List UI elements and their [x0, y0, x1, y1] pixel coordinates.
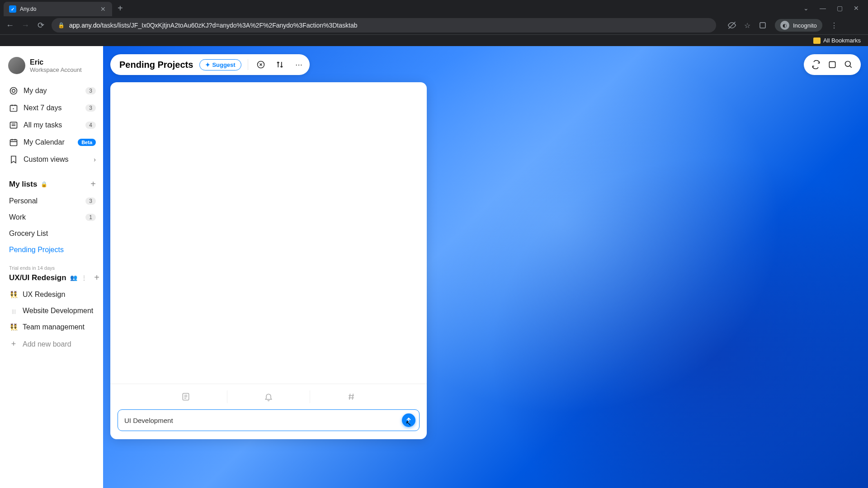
- calendar-arrow-icon: [9, 103, 18, 113]
- note-icon[interactable]: [145, 390, 227, 403]
- all-bookmarks-button[interactable]: All Bookmarks: [813, 37, 861, 44]
- url-text: app.any.do/tasks/lists/JF_Ix0QxKjtjnA2to…: [69, 22, 358, 29]
- bell-icon[interactable]: [227, 390, 310, 403]
- close-circle-icon[interactable]: [255, 58, 267, 71]
- sort-icon[interactable]: [274, 58, 286, 71]
- add-board-label: Add new board: [23, 340, 71, 348]
- suggest-label: Suggest: [212, 61, 235, 68]
- nav-label: My Calendar: [24, 138, 72, 146]
- target-icon: [9, 86, 18, 95]
- browser-tab[interactable]: ✓ Any.do ✕: [4, 2, 112, 16]
- nav-label: Next 7 days: [24, 104, 80, 112]
- workspace-title[interactable]: UX/UI Redesign: [9, 273, 66, 282]
- list-label: Pending Projects: [9, 246, 96, 254]
- board-ux-redesign[interactable]: 👯 UX Redesign: [5, 286, 99, 303]
- back-button[interactable]: ←: [5, 21, 14, 30]
- women-icon: 👯: [9, 323, 18, 331]
- bookmarks-bar: All Bookmarks: [0, 34, 868, 46]
- women-icon: 👯: [9, 291, 18, 299]
- profile[interactable]: Eric Workspace Account: [5, 53, 99, 82]
- page-title: Pending Projects: [119, 60, 193, 70]
- add-list-button[interactable]: +: [90, 179, 96, 189]
- avatar: [8, 57, 25, 74]
- count-badge: 1: [85, 214, 96, 221]
- board-team-management[interactable]: 👯 Team management: [5, 319, 99, 335]
- minimize-icon[interactable]: —: [820, 5, 826, 12]
- beta-badge: Beta: [78, 139, 96, 146]
- extensions-icon[interactable]: [759, 21, 767, 29]
- count-badge: 3: [85, 104, 96, 112]
- svg-rect-1: [760, 23, 765, 28]
- tab-favicon-icon: ✓: [9, 5, 16, 13]
- incognito-badge[interactable]: ◐ Incognito: [775, 19, 822, 32]
- url-field[interactable]: 🔒 app.any.do/tasks/lists/JF_Ix0QxKjtjnA2…: [52, 18, 716, 33]
- tab-bar: ✓ Any.do ✕ + ⌄ — ▢ ✕: [0, 0, 868, 16]
- list-work[interactable]: Work 1: [5, 209, 99, 225]
- header-row: Pending Projects ✦ Suggest ⋯: [110, 54, 861, 75]
- maximize-icon[interactable]: ▢: [837, 5, 843, 12]
- close-icon[interactable]: ✕: [99, 5, 107, 13]
- header-pill: Pending Projects ✦ Suggest ⋯: [110, 54, 310, 75]
- close-window-icon[interactable]: ✕: [854, 5, 859, 12]
- svg-line-12: [850, 66, 852, 68]
- profile-name: Eric: [30, 58, 82, 66]
- list-grocery[interactable]: Grocery List: [5, 225, 99, 242]
- workspace-header: UX/UI Redesign 👥 ⋮ +: [5, 271, 99, 286]
- list-icon: [9, 121, 18, 130]
- divider: [248, 59, 248, 70]
- nav-my-calendar[interactable]: My Calendar Beta: [5, 134, 99, 151]
- trial-note: Trial ends in 14 days: [5, 258, 99, 271]
- incognito-label: Incognito: [793, 22, 817, 29]
- board-label: UX Redesign: [23, 291, 65, 299]
- profile-subtitle: Workspace Account: [30, 66, 82, 73]
- bars-icon: ⫼: [9, 307, 18, 315]
- list-pending-projects[interactable]: Pending Projects: [5, 242, 99, 258]
- main-content: Pending Projects ✦ Suggest ⋯: [103, 46, 868, 488]
- task-input[interactable]: [124, 417, 397, 424]
- board-website-dev[interactable]: ⫼ Website Development: [5, 303, 99, 319]
- menu-icon[interactable]: ⋮: [830, 21, 838, 30]
- eye-off-icon[interactable]: [728, 21, 736, 29]
- reload-button[interactable]: ⟳: [36, 20, 45, 30]
- lock-icon: 🔒: [41, 181, 47, 188]
- nav-label: All my tasks: [24, 121, 80, 129]
- board-label: Website Development: [23, 307, 93, 315]
- people-icon[interactable]: 👥: [70, 274, 77, 281]
- nav-my-day[interactable]: My day 3: [5, 82, 99, 99]
- chevron-right-icon: ›: [94, 156, 96, 163]
- sync-icon[interactable]: [811, 60, 821, 70]
- svg-point-11: [845, 61, 851, 67]
- list-label: Work: [9, 213, 81, 221]
- nav-next-7-days[interactable]: Next 7 days 3: [5, 99, 99, 117]
- tab-dropdown-icon[interactable]: ⌄: [803, 5, 809, 12]
- lock-icon: 🔒: [58, 22, 65, 28]
- suggest-button[interactable]: ✦ Suggest: [199, 59, 241, 70]
- sidebar: Eric Workspace Account My day 3 Next 7 d…: [0, 46, 103, 488]
- bookmark-star-icon[interactable]: ☆: [744, 21, 750, 30]
- search-icon[interactable]: [844, 60, 854, 70]
- svg-rect-10: [829, 61, 835, 67]
- svg-point-3: [12, 89, 15, 93]
- more-icon[interactable]: ⋮: [81, 274, 87, 282]
- header-right-actions: [804, 54, 861, 75]
- svg-line-20: [353, 394, 354, 399]
- task-panel: ↖: [110, 82, 427, 439]
- tab-title: Any.do: [20, 6, 96, 12]
- list-label: Personal: [9, 197, 81, 205]
- task-input-wrap: ↖: [118, 409, 420, 431]
- list-personal[interactable]: Personal 3: [5, 193, 99, 209]
- nav-custom-views[interactable]: Custom views ›: [5, 151, 99, 168]
- add-board-button[interactable]: +: [94, 272, 99, 283]
- my-lists-header: My lists 🔒 +: [5, 168, 99, 193]
- forward-button[interactable]: →: [21, 21, 30, 30]
- add-new-board[interactable]: + Add new board: [5, 335, 99, 353]
- window-controls: ⌄ — ▢ ✕: [803, 5, 864, 12]
- new-tab-button[interactable]: +: [118, 3, 123, 14]
- square-icon[interactable]: [827, 60, 837, 70]
- folder-icon: [813, 38, 821, 44]
- more-horizontal-icon[interactable]: ⋯: [292, 58, 305, 71]
- nav-all-tasks[interactable]: All my tasks 4: [5, 117, 99, 134]
- count-badge: 3: [85, 87, 96, 94]
- hash-icon[interactable]: [310, 390, 392, 403]
- submit-task-button[interactable]: [402, 413, 415, 427]
